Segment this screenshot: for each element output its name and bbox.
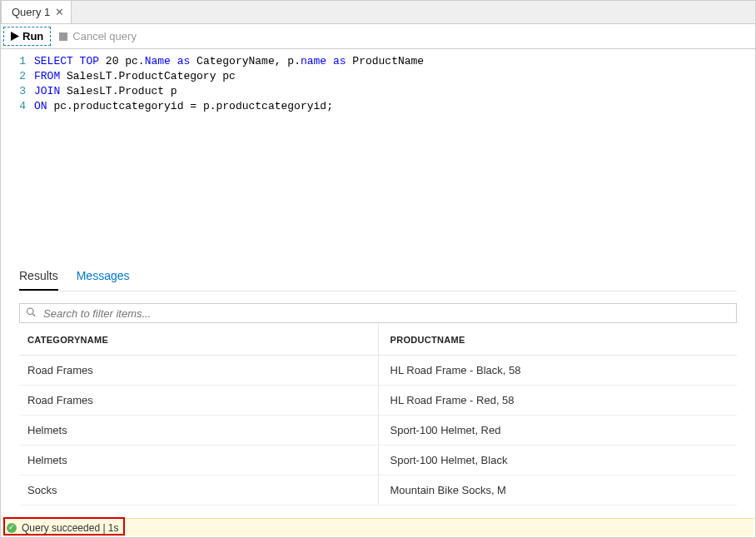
cancel-label: Cancel query bbox=[72, 30, 137, 42]
tab-messages[interactable]: Messages bbox=[77, 264, 130, 291]
code-line[interactable]: SELECT TOP 20 pc.Name as CategoryName, p… bbox=[34, 54, 755, 69]
results-grid: CATEGORYNAME PRODUCTNAME Road FramesHL R… bbox=[19, 323, 737, 506]
code-line[interactable]: ON pc.productcategoryid = p.productcateg… bbox=[34, 99, 755, 114]
cell-productname: HL Road Frame - Black, 58 bbox=[378, 356, 737, 386]
filter-row bbox=[19, 303, 737, 323]
table-row[interactable]: HelmetsSport-100 Helmet, Black bbox=[19, 446, 737, 476]
cell-productname: Sport-100 Helmet, Black bbox=[378, 446, 737, 476]
table-row[interactable]: HelmetsSport-100 Helmet, Red bbox=[19, 416, 737, 446]
table-row[interactable]: Road FramesHL Road Frame - Black, 58 bbox=[19, 356, 737, 386]
table-row[interactable]: Road FramesHL Road Frame - Red, 58 bbox=[19, 386, 737, 416]
line-number: 4 bbox=[1, 99, 26, 114]
close-icon[interactable]: ✕ bbox=[55, 6, 64, 18]
filter-input[interactable] bbox=[19, 303, 737, 323]
success-icon: ✓ bbox=[7, 523, 17, 533]
code-line[interactable]: JOIN SalesLT.Product p bbox=[34, 84, 755, 99]
svg-line-2 bbox=[32, 314, 35, 316]
line-number: 3 bbox=[1, 84, 26, 99]
run-button[interactable]: Run bbox=[3, 27, 51, 46]
svg-point-1 bbox=[27, 308, 34, 315]
grid-header-row: CATEGORYNAME PRODUCTNAME bbox=[19, 323, 737, 356]
cancel-query-button: Cancel query bbox=[52, 27, 143, 45]
run-label: Run bbox=[22, 30, 43, 42]
code-area[interactable]: SELECT TOP 20 pc.Name as CategoryName, p… bbox=[34, 54, 755, 241]
line-number: 2 bbox=[1, 69, 26, 84]
search-icon bbox=[26, 307, 36, 320]
col-header-productname[interactable]: PRODUCTNAME bbox=[378, 323, 737, 356]
line-number: 1 bbox=[1, 54, 26, 69]
play-icon bbox=[11, 32, 19, 41]
table-row[interactable]: SocksMountain Bike Socks, M bbox=[19, 476, 737, 506]
tab-results[interactable]: Results bbox=[19, 264, 58, 291]
code-line[interactable]: FROM SalesLT.ProductCategory pc bbox=[34, 69, 755, 84]
cell-categoryname: Socks bbox=[19, 476, 378, 506]
cell-productname: Sport-100 Helmet, Red bbox=[378, 416, 737, 446]
cell-categoryname: Helmets bbox=[19, 416, 378, 446]
tab-label: Query 1 bbox=[12, 6, 50, 18]
cell-categoryname: Helmets bbox=[19, 446, 378, 476]
stop-icon bbox=[59, 32, 67, 41]
status-bar: ✓ Query succeeded | 1s bbox=[2, 518, 754, 536]
result-tabs: Results Messages bbox=[19, 264, 737, 291]
svg-marker-0 bbox=[11, 32, 19, 41]
cell-productname: Mountain Bike Socks, M bbox=[378, 476, 737, 506]
line-gutter: 1234 bbox=[1, 54, 34, 241]
tab-query-1[interactable]: Query 1 ✕ bbox=[1, 0, 72, 23]
col-header-categoryname[interactable]: CATEGORYNAME bbox=[19, 323, 378, 356]
cell-categoryname: Road Frames bbox=[19, 356, 378, 386]
sql-editor[interactable]: 1234 SELECT TOP 20 pc.Name as CategoryNa… bbox=[1, 49, 755, 241]
tab-bar: Query 1 ✕ bbox=[1, 1, 755, 24]
results-panel: Results Messages CATEGORYNAME PRODUCTNAM… bbox=[1, 264, 755, 506]
query-toolbar: Run Cancel query bbox=[1, 24, 755, 49]
cell-categoryname: Road Frames bbox=[19, 386, 378, 416]
status-text: Query succeeded | 1s bbox=[22, 522, 119, 534]
cell-productname: HL Road Frame - Red, 58 bbox=[378, 386, 737, 416]
